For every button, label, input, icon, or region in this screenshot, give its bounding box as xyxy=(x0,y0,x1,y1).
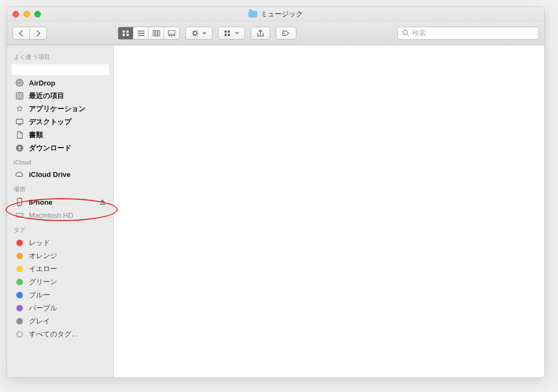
tag-color-icon xyxy=(15,277,25,287)
gear-icon xyxy=(191,29,200,37)
tag-color-icon xyxy=(15,251,25,261)
sidebar-item-applications[interactable]: アプリケーション xyxy=(7,102,113,115)
svg-point-17 xyxy=(403,30,408,35)
sidebar-item-label: iCloud Drive xyxy=(29,170,71,179)
svg-rect-28 xyxy=(16,213,23,217)
share-button[interactable] xyxy=(251,27,270,40)
svg-point-11 xyxy=(193,31,197,34)
sidebar-tag-gray[interactable]: グレイ xyxy=(7,315,113,328)
sidebar-item-icloud-drive[interactable]: iCloud Drive xyxy=(7,168,113,181)
titlebar[interactable]: ミュージック xyxy=(7,7,544,21)
sidebar-item-iphone[interactable]: iPhone xyxy=(7,195,113,209)
sidebar-item-documents[interactable]: 書類 xyxy=(7,128,113,142)
sidebar-item-macintosh-hd[interactable]: Macintosh HD xyxy=(7,209,113,222)
group-menu-button[interactable] xyxy=(218,27,245,40)
view-column-button[interactable] xyxy=(149,27,164,39)
sidebar-item-recents[interactable]: 最近の項目 xyxy=(7,89,113,102)
sidebar-item-label: 書類 xyxy=(29,130,43,140)
svg-point-16 xyxy=(284,33,285,34)
sidebar-item-label: グレイ xyxy=(29,316,50,326)
view-mode-segmented[interactable] xyxy=(118,27,180,40)
sidebar-item-label: デスクトップ xyxy=(29,117,71,127)
sidebar-item-label: iPhone xyxy=(29,198,52,206)
tags-button[interactable] xyxy=(276,27,296,40)
tag-all-icon xyxy=(15,329,25,339)
svg-rect-13 xyxy=(228,30,230,33)
search-field[interactable] xyxy=(397,27,539,40)
svg-rect-10 xyxy=(173,35,175,36)
tag-color-icon xyxy=(15,303,25,313)
minimize-window-button[interactable] xyxy=(23,11,30,17)
chevron-down-icon xyxy=(202,32,207,35)
sidebar-tag-red[interactable]: レッド xyxy=(7,236,113,249)
action-menu-button[interactable] xyxy=(185,27,213,40)
iphone-icon xyxy=(15,197,25,207)
window-title-text: ミュージック xyxy=(260,9,303,19)
sidebar-item-label: イエロー xyxy=(29,264,57,274)
tag-color-icon xyxy=(15,238,25,248)
sidebar-item-label: レッド xyxy=(29,238,50,248)
sidebar-tag-yellow[interactable]: イエロー xyxy=(7,262,113,275)
svg-rect-15 xyxy=(228,34,230,36)
view-list-button[interactable] xyxy=(134,27,149,39)
sidebar-tag-orange[interactable]: オレンジ xyxy=(7,249,113,262)
sidebar-item-airdrop[interactable]: AirDrop xyxy=(7,76,113,89)
tag-color-icon xyxy=(15,316,25,326)
clock-icon xyxy=(15,91,25,101)
svg-rect-12 xyxy=(225,30,227,33)
sidebar-tag-green[interactable]: グリーン xyxy=(7,275,113,289)
grid-icon xyxy=(122,30,130,36)
content-area[interactable] xyxy=(114,45,544,377)
sidebar-item-label: すべてのタグ… xyxy=(29,329,78,339)
svg-rect-6 xyxy=(158,30,160,36)
svg-rect-4 xyxy=(153,30,155,36)
chevron-down-icon xyxy=(235,32,239,35)
nav-buttons xyxy=(13,27,47,40)
airdrop-icon xyxy=(15,78,25,88)
svg-rect-14 xyxy=(225,34,227,36)
svg-rect-0 xyxy=(123,30,125,33)
sidebar-item-blank[interactable] xyxy=(11,64,109,75)
eject-button[interactable] xyxy=(99,199,106,205)
svg-rect-27 xyxy=(100,204,105,205)
svg-rect-9 xyxy=(171,35,173,36)
view-gallery-button[interactable] xyxy=(164,27,179,39)
sidebar-item-label: アプリケーション xyxy=(29,104,86,114)
search-input[interactable] xyxy=(412,29,534,37)
document-icon xyxy=(15,130,25,140)
tag-icon xyxy=(282,30,290,36)
sidebar-item-label: AirDrop xyxy=(29,79,55,87)
sidebar-item-label: グリーン xyxy=(29,277,57,287)
eject-icon xyxy=(99,199,106,205)
sidebar-tag-purple[interactable]: パープル xyxy=(7,302,113,315)
toolbar xyxy=(7,21,544,45)
view-icon-button[interactable] xyxy=(118,27,134,39)
applications-icon xyxy=(15,104,25,114)
sidebar: よく使う項目 AirDrop 最近の項目 アプリケーション xyxy=(7,45,114,377)
sidebar-tag-blue[interactable]: ブルー xyxy=(7,289,113,302)
sidebar-all-tags[interactable]: すべてのタグ… xyxy=(7,328,113,341)
svg-rect-3 xyxy=(126,34,129,36)
cloud-icon xyxy=(15,169,25,179)
sidebar-item-desktop[interactable]: デスクトップ xyxy=(7,115,113,128)
sidebar-item-downloads[interactable]: ダウンロード xyxy=(7,142,113,155)
svg-rect-8 xyxy=(168,35,170,36)
tags-header: タグ xyxy=(7,222,113,236)
zoom-window-button[interactable] xyxy=(34,11,41,17)
sidebar-item-label: オレンジ xyxy=(29,251,57,261)
gallery-icon xyxy=(168,30,175,36)
back-button[interactable] xyxy=(13,27,29,40)
columns-icon xyxy=(153,30,160,36)
search-icon xyxy=(402,29,409,36)
chevron-left-icon xyxy=(19,30,24,36)
svg-rect-23 xyxy=(16,119,23,124)
finder-window: ミュージック xyxy=(7,7,545,378)
share-icon xyxy=(257,29,264,37)
download-icon xyxy=(15,143,25,153)
window-title: ミュージック xyxy=(7,9,544,19)
sidebar-item-label: ブルー xyxy=(29,290,50,300)
close-window-button[interactable] xyxy=(13,11,19,17)
chevron-right-icon xyxy=(35,30,41,36)
sidebar-item-label: パープル xyxy=(29,303,57,313)
forward-button[interactable] xyxy=(29,27,47,40)
